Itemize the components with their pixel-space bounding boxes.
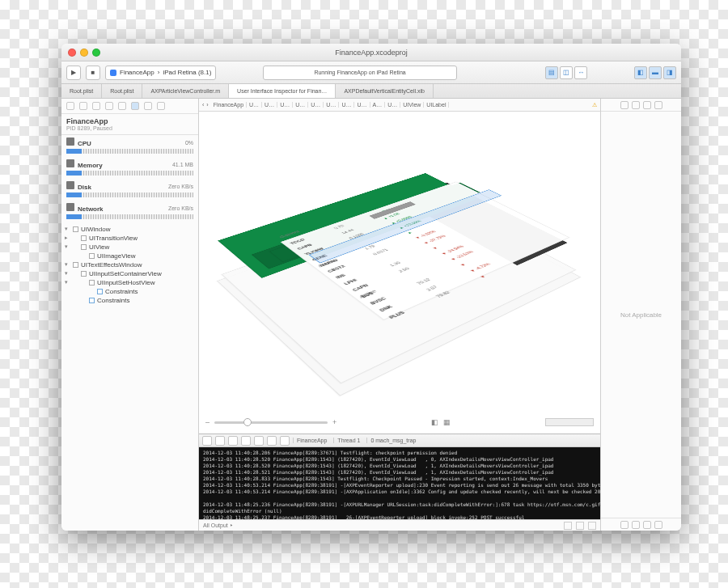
- version-editor-button[interactable]: ↔: [574, 66, 587, 79]
- jumpbar-segment[interactable]: U…: [308, 102, 324, 108]
- memory-bar: [66, 171, 193, 176]
- file-tab[interactable]: AXPArticleViewController.m: [142, 84, 229, 98]
- memory-label: Memory: [78, 162, 103, 169]
- file-tab[interactable]: User Interface Inspector for Finan…: [229, 84, 336, 98]
- debug-process[interactable]: FinanceApp: [293, 438, 330, 443]
- debug-frame[interactable]: 0 mach_msg_trap: [366, 438, 419, 443]
- cpu-gauge[interactable]: CPU 0%: [61, 135, 198, 148]
- step-in-icon[interactable]: [241, 436, 251, 446]
- test-nav-icon[interactable]: [118, 102, 126, 110]
- media-library-icon[interactable]: [654, 521, 662, 529]
- disk-icon: [66, 181, 74, 189]
- warning-icon[interactable]: ⚠︎: [592, 102, 597, 108]
- file-tab[interactable]: AXPDefaultVerticalEntityCell.xib: [336, 84, 434, 98]
- variables-pane-icon[interactable]: [576, 522, 584, 530]
- scheme-selector[interactable]: FinanceApp › iPad Retina (8.1): [105, 66, 216, 80]
- output-filter[interactable]: All Output ‣: [203, 522, 233, 529]
- cpu-label: CPU: [78, 140, 91, 147]
- debug-thread[interactable]: Thread 1: [333, 438, 363, 443]
- tree-node[interactable]: UITransitionView: [63, 234, 197, 243]
- zoom-out-icon[interactable]: –: [205, 418, 210, 426]
- project-nav-icon[interactable]: [66, 102, 74, 110]
- tree-node[interactable]: Constraints: [63, 296, 197, 305]
- clear-console-icon[interactable]: [564, 522, 572, 530]
- tree-node[interactable]: UIImageView: [63, 252, 197, 260]
- step-out-icon[interactable]: [254, 436, 264, 446]
- orient2-icon[interactable]: ▦: [443, 418, 451, 426]
- find-nav-icon[interactable]: [92, 102, 100, 110]
- tree-node[interactable]: UIInputSetHostView: [63, 278, 197, 287]
- tree-node[interactable]: UIInputSetContainerView: [63, 269, 197, 278]
- toggle-debug-icon[interactable]: [202, 436, 212, 446]
- jumpbar-segment[interactable]: U…: [293, 102, 308, 108]
- quickhelp-inspector-icon[interactable]: [632, 101, 640, 109]
- report-nav-icon[interactable]: [157, 102, 165, 110]
- navigator-panel: FinanceApp PID 8289, Paused CPU 0% Memor…: [61, 99, 199, 531]
- object-library-icon[interactable]: [643, 521, 651, 529]
- symbol-nav-icon[interactable]: [79, 102, 87, 110]
- jumpbar-segment[interactable]: U…: [277, 102, 293, 108]
- issue-nav-icon[interactable]: [105, 102, 113, 110]
- view-debug-icon[interactable]: [267, 436, 277, 446]
- jumpbar-segment[interactable]: A…: [370, 102, 386, 108]
- size-inspector-icon[interactable]: [654, 101, 662, 109]
- run-button[interactable]: [66, 66, 81, 80]
- view-debugger-canvas[interactable]: Gainers Losers Active TCCO5.70▲ +0.92CAP…: [199, 112, 600, 434]
- breakpoint-nav-icon[interactable]: [144, 102, 152, 110]
- zoom-in-icon[interactable]: +: [332, 418, 336, 426]
- stop-button[interactable]: [86, 66, 100, 80]
- editor-area: ‹ › FinanceAppU…U…U…U…U…U…U…U…A…U…UIView…: [199, 99, 600, 531]
- memory-gauge[interactable]: Memory 41.1 MB: [61, 157, 198, 170]
- tree-node[interactable]: Constraints: [63, 287, 197, 296]
- titlebar: FinanceApp.xcodeproj: [61, 44, 681, 61]
- tree-node[interactable]: UITextEffectsWindow: [63, 260, 197, 269]
- spacing-slider[interactable]: [214, 421, 328, 424]
- standard-editor-button[interactable]: ▤: [545, 66, 558, 79]
- orient-icon[interactable]: ◧: [431, 418, 438, 426]
- continue-icon[interactable]: [215, 436, 225, 446]
- step-over-icon[interactable]: [228, 436, 238, 446]
- debug-toggle[interactable]: ▬: [649, 66, 662, 79]
- jumpbar-segment[interactable]: U…: [385, 102, 400, 108]
- assistant-editor-button[interactable]: ◫: [560, 66, 573, 79]
- file-template-icon[interactable]: [620, 521, 629, 529]
- library-selector: [601, 518, 681, 531]
- identity-inspector-icon[interactable]: [643, 101, 651, 109]
- loc-icon[interactable]: [280, 436, 290, 446]
- jumpbar-segment[interactable]: UIView: [400, 102, 424, 108]
- debug-nav-icon[interactable]: [131, 102, 139, 110]
- forward-icon[interactable]: ›: [206, 102, 208, 108]
- disk-gauge[interactable]: Disk Zero KB/s: [61, 179, 198, 192]
- jumpbar-segment[interactable]: U…: [262, 102, 277, 108]
- back-icon[interactable]: ‹: [202, 102, 204, 108]
- debug-area: FinanceApp Thread 1 0 mach_msg_trap 2014…: [199, 434, 600, 531]
- jumpbar-segment[interactable]: U…: [339, 102, 354, 108]
- editor-mode-group: ▤ ◫ ↔: [545, 66, 587, 79]
- slider-thumb[interactable]: [243, 418, 252, 426]
- jumpbar-segment[interactable]: UILabel: [424, 102, 449, 108]
- jumpbar-segment[interactable]: U…: [324, 102, 339, 108]
- activity-viewer: Running FinanceApp on iPad Retina: [263, 66, 457, 80]
- file-tab[interactable]: Root.plist: [61, 84, 102, 98]
- code-snippet-icon[interactable]: [632, 521, 640, 529]
- jumpbar-segment[interactable]: U…: [354, 102, 370, 108]
- inspector-body: Not Applicable: [601, 112, 681, 518]
- cpu-icon: [66, 137, 74, 146]
- range-slider[interactable]: [545, 418, 594, 426]
- window-title: FinanceApp.xcodeproj: [61, 49, 681, 57]
- inspector-toggle[interactable]: ◨: [663, 66, 676, 79]
- tree-node[interactable]: UIView: [63, 243, 197, 252]
- jump-bar[interactable]: ‹ › FinanceAppU…U…U…U…U…U…U…U…A…U…UIView…: [199, 99, 600, 112]
- tree-node[interactable]: UIWindow: [63, 225, 197, 234]
- file-tab[interactable]: Root.plist: [102, 84, 142, 98]
- navigator-toggle[interactable]: ◧: [634, 66, 647, 79]
- jumpbar-segment[interactable]: U…: [247, 102, 262, 108]
- file-inspector-icon[interactable]: [620, 101, 629, 109]
- file-tab-bar: Root.plistRoot.plistAXPArticleViewContro…: [61, 84, 681, 99]
- process-header[interactable]: FinanceApp PID 8289, Paused: [61, 114, 198, 135]
- app-icon: [110, 70, 116, 76]
- jumpbar-segment[interactable]: FinanceApp: [211, 102, 247, 108]
- console-pane-icon[interactable]: [588, 522, 596, 530]
- network-gauge[interactable]: Network Zero KB/s: [61, 201, 198, 214]
- console-output[interactable]: 2014-12-03 11:40:28.206 FinanceApp[8289:…: [199, 447, 600, 519]
